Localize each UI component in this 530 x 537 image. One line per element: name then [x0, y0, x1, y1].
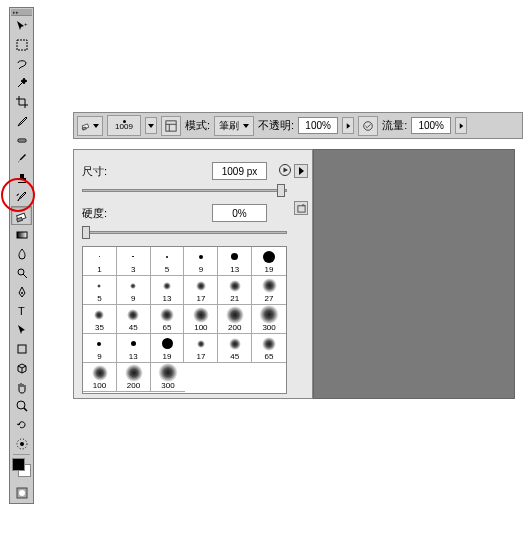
- brush-preset-17[interactable]: 17: [184, 276, 218, 305]
- shape-tool[interactable]: [11, 339, 32, 358]
- brush-preset-size-label: 65: [265, 353, 274, 361]
- svg-point-3: [19, 140, 20, 141]
- brush-preset-dropdown[interactable]: [145, 117, 157, 134]
- brush-preset-100[interactable]: 100: [83, 363, 117, 392]
- brush-preset-45[interactable]: 45: [218, 334, 252, 363]
- brush-preset-size-label: 13: [163, 295, 172, 303]
- eraser-tool-indicator[interactable]: [77, 116, 103, 136]
- brush-preset-3[interactable]: 3: [117, 247, 151, 276]
- brush-preset-size-label: 9: [97, 353, 101, 361]
- brush-preset-200[interactable]: 200: [218, 305, 252, 334]
- foreground-swatch[interactable]: [12, 458, 25, 471]
- brush-preset-size-label: 19: [265, 266, 274, 274]
- svg-rect-1: [17, 40, 27, 50]
- toolbox-header[interactable]: ▸▸: [11, 9, 32, 16]
- history-brush-tool[interactable]: [11, 187, 32, 206]
- brush-preset-size-label: 9: [131, 295, 135, 303]
- opacity-dropdown[interactable]: [342, 117, 354, 134]
- brush-panel-toggle[interactable]: [161, 116, 181, 136]
- opacity-input[interactable]: [298, 117, 338, 134]
- brush-preset-35[interactable]: 35: [83, 305, 117, 334]
- brush-preset-21[interactable]: 21: [218, 276, 252, 305]
- brush-preset-200[interactable]: 200: [117, 363, 151, 392]
- brush-preset-size-label: 17: [196, 295, 205, 303]
- type-tool[interactable]: T: [11, 301, 32, 320]
- brush-preset-27[interactable]: 27: [252, 276, 286, 305]
- blur-tool[interactable]: [11, 244, 32, 263]
- stamp-tool[interactable]: [11, 168, 32, 187]
- pen-tool[interactable]: [11, 282, 32, 301]
- brush-preset-size-label: 300: [161, 382, 174, 390]
- svg-point-14: [17, 401, 25, 409]
- eraser-tool[interactable]: [11, 206, 32, 225]
- healing-tool[interactable]: [11, 130, 32, 149]
- dodge-tool[interactable]: [11, 263, 32, 282]
- brush-preset-size-label: 45: [230, 353, 239, 361]
- marquee-tool[interactable]: [11, 35, 32, 54]
- flyout-menu-button[interactable]: [294, 164, 308, 178]
- eyedropper-tool[interactable]: [11, 111, 32, 130]
- crop-tool[interactable]: [11, 92, 32, 111]
- hardness-slider-thumb[interactable]: [82, 226, 90, 239]
- brush-preset-5[interactable]: 5: [83, 276, 117, 305]
- brush-preset-13[interactable]: 13: [151, 276, 185, 305]
- hardness-slider[interactable]: [82, 226, 287, 240]
- quickmask-toggle[interactable]: [11, 483, 32, 502]
- lasso-tool[interactable]: [11, 54, 32, 73]
- brush-preset-300[interactable]: 300: [252, 305, 286, 334]
- play-button[interactable]: [279, 162, 291, 180]
- brush-preset-size-label: 3: [131, 266, 135, 274]
- gradient-tool[interactable]: [11, 225, 32, 244]
- brush-preset-1[interactable]: 1: [83, 247, 117, 276]
- hand-tool[interactable]: [11, 377, 32, 396]
- svg-point-11: [21, 292, 23, 294]
- svg-rect-22: [166, 120, 176, 130]
- brush-preset-size-label: 200: [228, 324, 241, 332]
- brush-preset-13[interactable]: 13: [117, 334, 151, 363]
- hardness-input[interactable]: [212, 204, 267, 222]
- hardness-label: 硬度:: [82, 206, 212, 221]
- path-select-tool[interactable]: [11, 320, 32, 339]
- brush-preset-5[interactable]: 5: [151, 247, 185, 276]
- opacity-label: 不透明:: [258, 118, 294, 133]
- brush-preset-size-label: 27: [265, 295, 274, 303]
- brush-preset-9[interactable]: 9: [184, 247, 218, 276]
- flow-input[interactable]: [411, 117, 451, 134]
- canvas-area[interactable]: [313, 149, 515, 399]
- size-input[interactable]: [212, 162, 267, 180]
- brush-preset-100[interactable]: 100: [184, 305, 218, 334]
- flow-dropdown[interactable]: [455, 117, 467, 134]
- brush-preset-19[interactable]: 19: [151, 334, 185, 363]
- move-tool[interactable]: +: [11, 16, 32, 35]
- svg-marker-28: [284, 168, 289, 173]
- brush-preset-65[interactable]: 65: [151, 305, 185, 334]
- size-slider[interactable]: [82, 184, 287, 198]
- brush-size-display: 1009: [115, 123, 133, 131]
- brush-preset-45[interactable]: 45: [117, 305, 151, 334]
- brush-preset-13[interactable]: 13: [218, 247, 252, 276]
- zoom-tool[interactable]: [11, 396, 32, 415]
- brush-preset-size-label: 9: [199, 266, 203, 274]
- brush-preset-9[interactable]: 9: [83, 334, 117, 363]
- mode-value: 筆刷: [219, 119, 239, 133]
- size-slider-thumb[interactable]: [277, 184, 285, 197]
- new-preset-button[interactable]: [294, 201, 308, 215]
- mode-select[interactable]: 筆刷: [214, 116, 254, 136]
- brush-preset-size-label: 1: [97, 266, 101, 274]
- color-swatches[interactable]: [11, 457, 32, 481]
- 3d-tool[interactable]: [11, 358, 32, 377]
- brush-preset-17[interactable]: 17: [184, 334, 218, 363]
- brush-preset-picker[interactable]: 1009: [107, 115, 141, 136]
- magic-wand-tool[interactable]: [11, 73, 32, 92]
- brush-preset-300[interactable]: 300: [151, 363, 185, 392]
- pressure-opacity-toggle[interactable]: [358, 116, 378, 136]
- brush-tool[interactable]: [11, 149, 32, 168]
- artboard-tool[interactable]: [11, 434, 32, 453]
- brush-preset-size-label: 300: [262, 324, 275, 332]
- brush-preset-19[interactable]: 19: [252, 247, 286, 276]
- brush-preset-65[interactable]: 65: [252, 334, 286, 363]
- brush-preset-9[interactable]: 9: [117, 276, 151, 305]
- brush-preset-size-label: 19: [163, 353, 172, 361]
- brush-preset-size-label: 13: [230, 266, 239, 274]
- rotate-tool[interactable]: [11, 415, 32, 434]
